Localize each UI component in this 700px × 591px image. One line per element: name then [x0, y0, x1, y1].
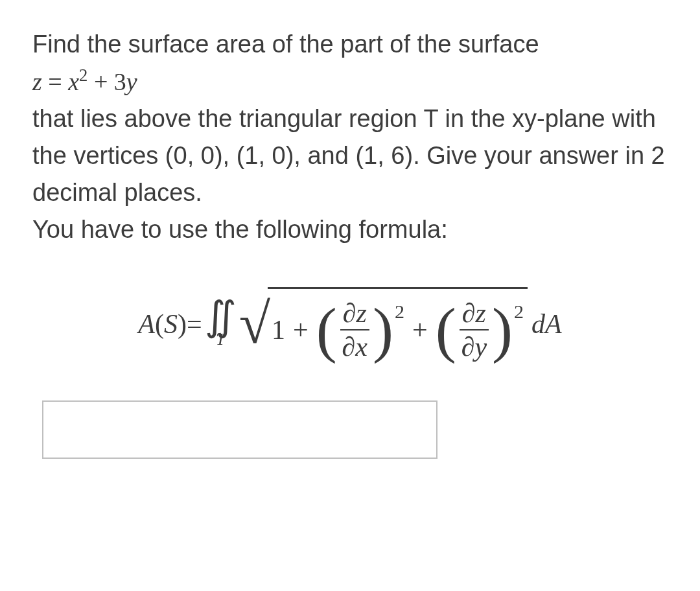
- den-dx: ∂x: [340, 330, 370, 362]
- surface-area-formula: A(S) = ∬ T √ 1 + ( ∂z ∂x ) 2 +: [32, 287, 668, 362]
- eq-plus: + 3: [88, 68, 126, 95]
- lhs-close: ): [178, 308, 187, 340]
- dz-dy-squared: ( ∂z ∂y ) 2: [436, 298, 524, 362]
- equation-surface: z = x2 + 3y: [32, 68, 137, 95]
- double-integral: ∬ T: [205, 299, 237, 349]
- paren-close-1: ): [373, 307, 393, 353]
- eq-x: x: [68, 68, 79, 95]
- exp-1: 2: [395, 301, 404, 323]
- sqrt-sign: √: [239, 307, 270, 342]
- plus-2: +: [412, 314, 428, 345]
- equals: =: [187, 308, 202, 340]
- plus-1: +: [293, 314, 309, 345]
- paren-close-2: ): [492, 307, 513, 353]
- square-root: √ 1 + ( ∂z ∂x ) 2 + ( ∂z: [239, 287, 528, 362]
- frac-dz-dy: ∂z ∂y: [459, 298, 489, 362]
- sqrt-body: 1 + ( ∂z ∂x ) 2 + ( ∂z ∂y: [268, 287, 528, 362]
- dA-A: A: [545, 309, 562, 339]
- dA-d: d: [531, 309, 545, 339]
- den-dy: ∂y: [459, 330, 489, 362]
- paren-open-1: (: [316, 307, 337, 353]
- dA: dA: [531, 308, 562, 340]
- frac-dz-dx: ∂z ∂x: [340, 298, 370, 362]
- problem-statement: Find the surface area of the part of the…: [32, 26, 668, 248]
- one: 1: [272, 314, 285, 345]
- lhs-A: A: [138, 308, 155, 340]
- dz-dx-squared: ( ∂z ∂x ) 2: [316, 298, 404, 362]
- eq-exp: 2: [79, 65, 88, 85]
- lhs-open: (: [155, 308, 164, 340]
- answer-input[interactable]: [42, 400, 438, 459]
- exp-2: 2: [514, 301, 524, 323]
- num-dz-2: ∂z: [460, 298, 489, 330]
- eq-z: z: [32, 68, 42, 95]
- integral-region: T: [216, 330, 225, 349]
- eq-y: y: [126, 68, 137, 95]
- line-3: that lies above the triangular region T …: [32, 105, 665, 206]
- lhs-S: S: [164, 308, 178, 340]
- integral-sign: ∬: [205, 299, 237, 334]
- eq-eq: =: [42, 68, 68, 95]
- line-4: You have to use the following formula:: [32, 216, 448, 243]
- num-dz-1: ∂z: [340, 298, 369, 330]
- paren-open-2: (: [436, 307, 456, 353]
- line-1: Find the surface area of the part of the…: [32, 30, 539, 58]
